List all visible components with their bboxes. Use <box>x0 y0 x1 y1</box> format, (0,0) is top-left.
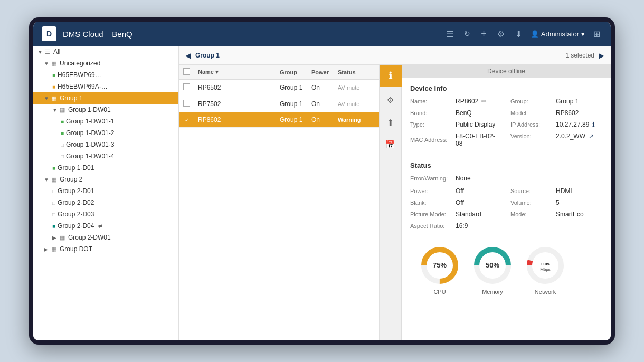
app-header: D DMS Cloud – BenQ ☰ ↻ + ⚙ ⬇ 👤 Administa… <box>33 22 611 46</box>
detail-panel: Device offline Device Info Name: RP8602 <box>402 65 611 340</box>
type-label: Type: <box>410 121 452 128</box>
volume-value: 5 <box>556 199 560 206</box>
device-icon: ■ <box>61 119 64 125</box>
toggle-groupdot[interactable]: ▶ <box>44 246 49 252</box>
blank-value: Off <box>456 199 464 206</box>
status-grid: Power: Off Blank: Off <box>410 187 602 230</box>
sidebar-item-group1-dw01-2[interactable]: ■ Group 1-DW01-2 <box>33 127 178 139</box>
ip-info-icon[interactable]: ℹ <box>592 121 595 128</box>
row-checkbox[interactable] <box>183 100 190 107</box>
add-icon[interactable]: + <box>479 26 489 42</box>
sidebar-item-group2-dw01[interactable]: ▶ ▦ Group 2-DW01 <box>33 232 178 243</box>
device-info-grid: Name: RP8602 ✏ Brand: BenQ <box>410 98 602 147</box>
row-group: Group 1 <box>280 100 311 108</box>
trend-icon[interactable]: ↗ <box>589 132 594 140</box>
version-value: 2.0.2_WW <box>556 132 585 140</box>
aspect-label: Aspect Ratio: <box>410 223 452 229</box>
status-section: Status Error/Warning: None Power: <box>410 161 602 230</box>
nav-next-icon[interactable]: ▶ <box>599 51 604 60</box>
nav-prev-icon[interactable]: ◀ <box>185 51 191 60</box>
calendar-button[interactable]: 📅 <box>380 134 402 156</box>
sidebar-item-h65-1[interactable]: ■ H65EBWP69… <box>33 69 178 81</box>
sidebar-group1-label: Group 1 <box>60 94 82 102</box>
picture-mode-label: Picture Mode: <box>410 211 452 217</box>
model-label: Model: <box>510 110 553 116</box>
brand-value: BenQ <box>456 109 472 117</box>
device-label-group1-d01: Group 1-D01 <box>58 164 94 172</box>
sidebar-item-group1-dw01-4[interactable]: □ Group 1-DW01-4 <box>33 150 178 162</box>
sidebar-item-groupdot[interactable]: ▶ ▦ Group DOT <box>33 243 178 255</box>
row-status: AV mute <box>338 101 375 107</box>
ip-value: 10.27.27.89 <box>556 121 589 128</box>
table-row[interactable]: RP6502 Group 1 On AV mute <box>179 80 379 96</box>
mac-label: MAC Address: <box>410 137 452 143</box>
cpu-donut: 75% <box>419 244 461 287</box>
version-label: Version: <box>510 133 553 139</box>
power-value: Off <box>456 187 464 195</box>
row-name: RP8602 <box>198 116 280 123</box>
detail-row-mode: Mode: SmartEco <box>510 211 602 218</box>
detail-row-picture-mode: Picture Mode: Standard <box>410 211 502 218</box>
sidebar-item-group2-d04[interactable]: ■ Group 2-D04 ⇄ <box>33 220 178 232</box>
svg-text:0.05: 0.05 <box>541 262 550 266</box>
edit-icon[interactable]: ✏ <box>481 98 487 105</box>
grid-icon[interactable]: ⊞ <box>591 27 602 41</box>
toggle-all[interactable]: ▼ <box>37 49 43 55</box>
table-row[interactable]: RP7502 Group 1 On AV mute <box>179 96 379 112</box>
row-checkbox[interactable]: ✓ <box>183 117 190 123</box>
sidebar-item-group1[interactable]: ▼ ▦ Group 1 <box>33 92 178 104</box>
subheader: ◀ Group 1 1 selected ▶ <box>179 46 611 65</box>
toggle-group1[interactable]: ▼ <box>44 96 49 101</box>
device-label-h65a: H65EBWP69A-… <box>58 83 108 90</box>
menu-icon[interactable]: ☰ <box>444 27 456 41</box>
toggle-uncategorized[interactable]: ▼ <box>44 61 49 66</box>
col-name: Name ▾ <box>198 69 280 75</box>
sidebar-item-group1-dw01[interactable]: ▼ ▦ Group 1-DW01 <box>33 104 178 116</box>
user-dropdown-icon: ▾ <box>581 30 585 38</box>
name-label: Name: <box>410 98 452 104</box>
detail-row-blank: Blank: Off <box>410 199 502 206</box>
sidebar-item-group1-dw01-1[interactable]: ■ Group 1-DW01-1 <box>33 116 178 127</box>
sidebar-item-group2-d02[interactable]: □ Group 2-D02 <box>33 197 178 208</box>
detail-row-version: Version: 2.0.2_WW ↗ <box>510 132 602 140</box>
power-label: Power: <box>410 188 452 194</box>
device-label-group2-d04: Group 2-D04 <box>58 222 94 230</box>
sidebar-item-all[interactable]: ▼ ☰ All <box>33 46 178 58</box>
name-value: RP8602 <box>456 98 478 105</box>
table-row-selected[interactable]: ✓ RP8602 Group 1 On Warning <box>179 112 379 128</box>
sidebar-item-group2-d03[interactable]: □ Group 2-D03 <box>33 208 178 220</box>
sidebar-item-uncategorized[interactable]: ▼ ▦ Uncategorized <box>33 58 178 69</box>
download-icon[interactable]: ⬇ <box>513 27 524 41</box>
detail-row-type: Type: Public Display <box>410 121 502 128</box>
row-status: AV mute <box>338 84 375 91</box>
cpu-chart: 75% CPU <box>419 244 461 295</box>
ip-label: IP Address: <box>510 121 553 128</box>
sidebar-item-h65a[interactable]: ■ H65EBWP69A-… <box>33 81 178 92</box>
device-icon: □ <box>52 212 55 217</box>
detail-row-brand: Brand: BenQ <box>410 109 502 117</box>
refresh-icon[interactable]: ↻ <box>462 27 472 40</box>
col-status: Status <box>338 69 375 75</box>
settings-icon[interactable]: ⚙ <box>495 27 507 41</box>
toggle-group1-dw01[interactable]: ▼ <box>52 107 58 113</box>
detail-row-error: Error/Warning: None <box>410 175 602 182</box>
row-checkbox[interactable] <box>183 83 190 90</box>
network-label: Network <box>535 289 556 295</box>
sidebar-item-group2-d01[interactable]: □ Group 2-D01 <box>33 185 178 197</box>
filter-button[interactable]: ⚙ <box>380 89 402 111</box>
sidebar-item-group2[interactable]: ▼ ▦ Group 2 <box>33 174 178 185</box>
group-icon: ▦ <box>51 60 58 67</box>
header-checkbox[interactable] <box>183 68 190 75</box>
info-button[interactable]: ℹ <box>380 65 402 87</box>
sidebar-item-group1-d01[interactable]: ■ Group 1-D01 <box>33 162 178 174</box>
sync-icon: ⇄ <box>98 223 102 229</box>
sidebar-item-group1-dw01-3[interactable]: □ Group 1-DW01-3 <box>33 139 178 150</box>
toggle-group2[interactable]: ▼ <box>44 177 49 183</box>
upload-button[interactable]: ⬆ <box>380 111 402 134</box>
offline-text: Device offline <box>487 68 525 75</box>
model-value: RP8602 <box>556 109 579 117</box>
toggle-group2-dw01[interactable]: ▶ <box>52 235 58 241</box>
info-icon: ℹ <box>389 70 392 82</box>
type-value: Public Display <box>456 121 495 128</box>
user-menu[interactable]: 👤 Administator ▾ <box>531 30 585 38</box>
